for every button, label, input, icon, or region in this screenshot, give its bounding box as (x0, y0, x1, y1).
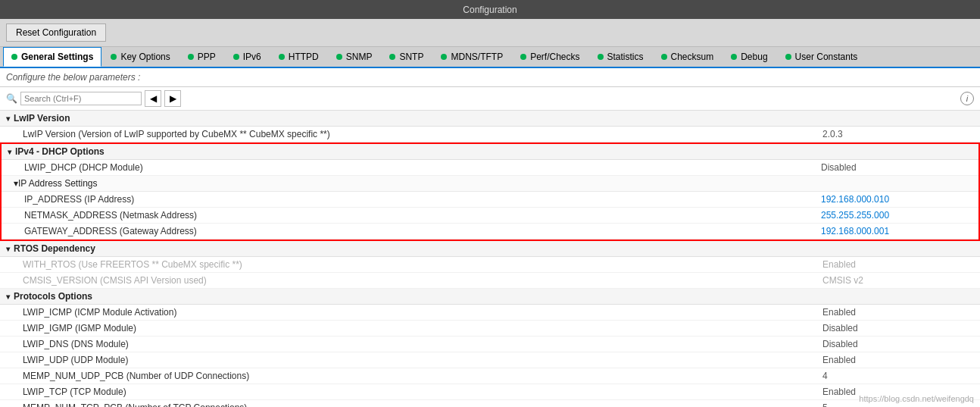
section-header-protocols-options[interactable]: ▾Protocols Options (0, 289, 980, 305)
param-row: CMSIS_VERSION (CMSIS API Version used)CM… (0, 273, 980, 289)
param-name: WITH_RTOS (Use FREERTOS ** CubeMX specif… (23, 259, 822, 270)
tab-httpd[interactable]: HTTPD (270, 47, 327, 67)
section-header-rtos-dependency[interactable]: ▾RTOS Dependency (0, 241, 980, 257)
section-label-lwip-version: LwIP Version (14, 113, 70, 124)
param-value: 192.168.000.010 (821, 194, 972, 205)
param-name: CMSIS_VERSION (CMSIS API Version used) (23, 275, 822, 286)
param-name: LWIP_ICMP (ICMP Module Activation) (23, 307, 822, 318)
tab-sntp[interactable]: SNTP (381, 47, 432, 67)
param-row: LWIP_DNS (DNS Module)Disabled (0, 337, 980, 352)
tab-label-sntp: SNTP (399, 52, 423, 62)
tab-dot-httpd (279, 54, 285, 60)
title-label: Configuration (463, 5, 517, 15)
tab-label-mdns-tftp: MDNS/TFTP (451, 52, 503, 62)
section-arrow-rtos-dependency: ▾ (6, 245, 10, 253)
tab-label-ipv6: IPv6 (243, 52, 261, 62)
tab-perf-checks[interactable]: Perf/Checks (512, 47, 588, 67)
tab-general-settings[interactable]: General Settings (3, 47, 101, 67)
param-name: MEMP_NUM_TCP_PCB (Number of TCP Connecti… (23, 402, 822, 407)
configure-label: Configure the below parameters : (0, 68, 980, 87)
prev-arrow-button[interactable]: ◀ (145, 90, 161, 107)
param-row: LWIP_IGMP (IGMP Module)Disabled (0, 321, 980, 337)
tab-dot-statistics (598, 54, 604, 60)
param-value: CMSIS v2 (822, 275, 974, 286)
tab-label-user-constants: User Constants (795, 52, 858, 62)
param-value: Disabled (821, 162, 972, 173)
tab-label-snmp: SNMP (346, 52, 373, 62)
tab-debug[interactable]: Debug (723, 47, 776, 67)
section-label-ipv4-dhcp: IPv4 - DHCP Options (15, 146, 105, 157)
info-icon[interactable]: i (960, 92, 974, 105)
param-row: LWIP_ICMP (ICMP Module Activation)Enable… (0, 305, 980, 321)
param-row: IP_ADDRESS (IP Address)192.168.000.010 (2, 192, 978, 208)
param-row: NETMASK_ADDRESS (Netmask Address)255.255… (2, 208, 978, 224)
tab-key-options[interactable]: Key Options (102, 47, 178, 67)
tab-label-general-settings: General Settings (21, 52, 93, 62)
tab-ipv6[interactable]: IPv6 (225, 47, 270, 67)
param-value: Disabled (822, 339, 974, 349)
section-label-protocols-options: Protocols Options (14, 291, 92, 302)
param-name: GATEWAY_ADDRESS (Gateway Address) (24, 226, 821, 236)
tab-dot-user-constants (785, 54, 791, 60)
tab-ppp[interactable]: PPP (179, 47, 224, 67)
param-value: 255.255.255.000 (821, 210, 972, 221)
tab-label-ppp: PPP (198, 52, 216, 62)
highlighted-section-box: ▾IPv4 - DHCP OptionsLWIP_DHCP (DHCP Modu… (0, 142, 980, 241)
tab-dot-key-options (111, 54, 117, 60)
search-bar: 🔍 ◀ ▶ i (0, 87, 980, 111)
tabs-bar: General SettingsKey OptionsPPPIPv6HTTPDS… (0, 47, 980, 68)
tab-statistics[interactable]: Statistics (589, 47, 652, 67)
param-name: NETMASK_ADDRESS (Netmask Address) (24, 210, 821, 221)
tab-label-checksum: Checksum (671, 52, 714, 62)
param-name: LWIP_UDP (UDP Module) (23, 355, 822, 365)
param-name: LWIP_DNS (DNS Module) (23, 339, 822, 349)
param-value: 192.168.000.001 (821, 226, 972, 236)
tab-label-perf-checks: Perf/Checks (530, 52, 579, 62)
param-name: MEMP_NUM_UDP_PCB (Number of UDP Connecti… (23, 371, 822, 381)
toolbar: Reset Configuration (0, 19, 980, 47)
param-name: LWIP_IGMP (IGMP Module) (23, 323, 822, 333)
tab-dot-snmp (336, 54, 342, 60)
param-row: MEMP_NUM_TCP_PCB (Number of TCP Connecti… (0, 400, 980, 407)
tab-dot-perf-checks (520, 54, 526, 60)
tab-snmp[interactable]: SNMP (328, 47, 381, 67)
tab-dot-mdns-tftp (441, 54, 447, 60)
tab-user-constants[interactable]: User Constants (777, 47, 866, 67)
tab-label-statistics: Statistics (607, 52, 644, 62)
param-value: Disabled (822, 323, 974, 333)
tab-dot-ppp (188, 54, 194, 60)
section-arrow-ipv4-dhcp: ▾ (8, 148, 11, 156)
reset-configuration-button[interactable]: Reset Configuration (6, 23, 106, 42)
search-input[interactable] (20, 92, 142, 105)
param-name: LWIP_TCP (TCP Module) (23, 387, 822, 397)
tab-label-key-options: Key Options (120, 52, 170, 62)
param-value: Enabled (822, 355, 974, 365)
section-label-ip-address-settings: IP Address Settings (18, 178, 98, 189)
watermark: https://blog.csdn.net/weifengdq (859, 394, 974, 403)
tab-label-debug: Debug (741, 52, 767, 62)
param-row: LWIP_TCP (TCP Module)Enabled (0, 384, 980, 400)
section-header-ipv4-dhcp[interactable]: ▾IPv4 - DHCP Options (2, 144, 978, 160)
content-area: ▾LwIP VersionLwIP Version (Version of Lw… (0, 111, 980, 407)
tab-label-httpd: HTTPD (289, 52, 319, 62)
param-value: Enabled (822, 307, 974, 318)
param-name: LWIP_DHCP (DHCP Module) (24, 162, 821, 173)
tab-mdns-tftp[interactable]: MDNS/TFTP (432, 47, 511, 67)
param-name: LwIP Version (Version of LwIP supported … (23, 129, 822, 139)
section-label-rtos-dependency: RTOS Dependency (14, 243, 95, 254)
title-bar: Configuration (0, 0, 980, 19)
param-value: 4 (822, 371, 974, 381)
param-value: Enabled (822, 259, 974, 270)
param-row: LWIP_UDP (UDP Module)Enabled (0, 352, 980, 368)
tab-dot-sntp (389, 54, 395, 60)
param-name: IP_ADDRESS (IP Address) (24, 194, 821, 205)
tab-checksum[interactable]: Checksum (653, 47, 723, 67)
tab-dot-debug (731, 54, 737, 60)
section-header-lwip-version[interactable]: ▾LwIP Version (0, 111, 980, 127)
search-icon: 🔍 (6, 93, 17, 104)
param-row: LwIP Version (Version of LwIP supported … (0, 127, 980, 142)
param-row: GATEWAY_ADDRESS (Gateway Address)192.168… (2, 224, 978, 240)
next-arrow-button[interactable]: ▶ (164, 90, 181, 107)
tab-dot-general-settings (11, 54, 17, 60)
section-header-ip-address-settings[interactable]: ▾IP Address Settings (2, 176, 978, 192)
